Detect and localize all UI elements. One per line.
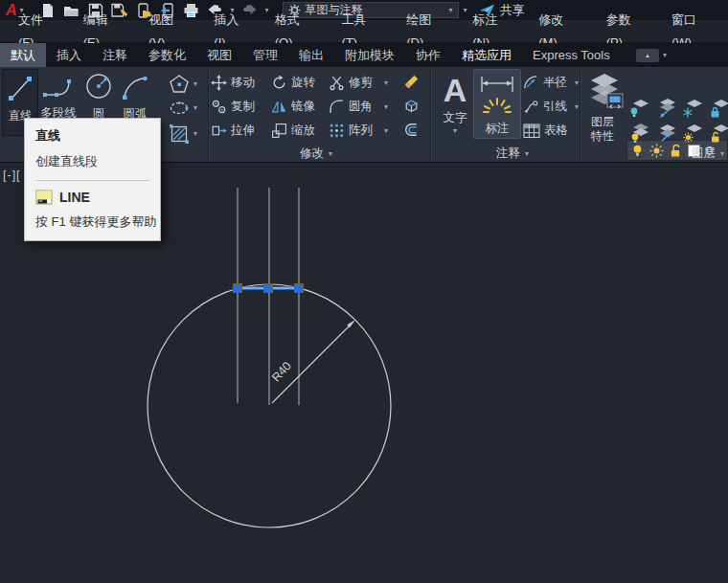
- tab-manage[interactable]: 管理: [242, 43, 288, 67]
- table-label: 表格: [544, 123, 568, 139]
- mirror-label: 镜像: [291, 99, 315, 115]
- radius-dimension: R40: [269, 320, 355, 403]
- tab-collaborate[interactable]: 协作: [405, 43, 451, 67]
- modify-mirror-button[interactable]: 镜像: [271, 99, 315, 115]
- tab-addins[interactable]: 附加模块: [334, 43, 405, 67]
- modify-copy-button[interactable]: 复制: [211, 99, 255, 115]
- panel-label-modify[interactable]: 修改: [300, 146, 332, 162]
- scale-label: 缩放: [291, 123, 315, 139]
- draw-polyline-button[interactable]: 多段线: [40, 74, 77, 122]
- layer-properties-button[interactable]: [586, 71, 625, 117]
- tab-express-tools[interactable]: Express Tools: [522, 43, 621, 67]
- leader-icon: [523, 99, 539, 115]
- draw-circle-button[interactable]: 圆: [80, 71, 117, 123]
- layer-lock-button[interactable]: [708, 98, 728, 123]
- table-icon: [523, 123, 540, 139]
- ribbon-tab-bar: 默认 插入 注释 参数化 视图 管理 输出 附加模块 协作 精选应用 Expre…: [0, 43, 728, 67]
- hatch-icon: [169, 123, 190, 145]
- tab-annotate[interactable]: 注释: [92, 43, 138, 67]
- hatch-chevron-down-icon: [193, 130, 197, 138]
- radius-label: 半径: [543, 75, 567, 91]
- annotate-dimension-button[interactable]: 标注: [473, 69, 521, 139]
- annotate-radius-button[interactable]: 半径: [523, 75, 579, 91]
- tab-home[interactable]: 默认: [0, 43, 46, 67]
- dimension-icon: [476, 72, 518, 116]
- text-icon: A: [437, 71, 473, 109]
- radius-chevron-down-icon: [575, 79, 579, 87]
- trim-chevron-down-icon: [384, 79, 388, 87]
- tab-insert[interactable]: 插入: [46, 43, 92, 67]
- polyline-icon: [42, 74, 75, 101]
- tooltip-divider: [35, 180, 149, 181]
- panel-label-layers[interactable]: 图层: [692, 146, 724, 162]
- polygon-icon: [169, 74, 190, 95]
- draw-ellipse-button[interactable]: [169, 100, 197, 117]
- tooltip-title: 直线: [35, 127, 149, 145]
- ellipse-icon: [169, 100, 190, 117]
- grip-midpoint: [264, 284, 273, 293]
- stretch-label: 拉伸: [231, 123, 255, 139]
- modify-scale-button[interactable]: 缩放: [271, 123, 315, 139]
- trim-scissors-icon: [329, 75, 345, 91]
- text-chevron-down-icon: [437, 127, 473, 135]
- draw-polygon-button[interactable]: [169, 74, 197, 95]
- layer-off-button[interactable]: [627, 98, 650, 123]
- tab-output[interactable]: 输出: [288, 43, 334, 67]
- tab-featured-apps[interactable]: 精选应用: [451, 43, 522, 67]
- layer-freeze-button[interactable]: [681, 98, 704, 123]
- draw-hatch-button[interactable]: [169, 123, 197, 145]
- modify-fillet-button[interactable]: 圆角: [329, 99, 388, 115]
- modify-move-button[interactable]: 移动: [211, 75, 255, 91]
- tab-view[interactable]: 视图: [196, 43, 242, 67]
- layer-properties-label: 图层 特性: [580, 115, 625, 144]
- command-window-icon: [35, 190, 53, 205]
- ribbon-collapse-icon: [636, 49, 659, 62]
- arc-icon: [121, 73, 149, 101]
- mirror-icon: [271, 99, 287, 115]
- annotate-table-button[interactable]: 表格: [523, 123, 568, 139]
- modify-rotate-button[interactable]: 旋转: [271, 75, 315, 91]
- draw-arc-button[interactable]: 圆弧: [117, 73, 153, 123]
- fillet-label: 圆角: [349, 99, 373, 115]
- tooltip-help-text: 按 F1 键获得更多帮助: [35, 213, 149, 231]
- copy-icon: [211, 99, 227, 115]
- copy-label: 复制: [231, 99, 255, 115]
- layer-isolate-button[interactable]: [654, 98, 677, 123]
- autocad-window: A 草图与注释 共享 文件(F) 编辑(E) 视图(V): [0, 0, 728, 583]
- layer-unisolate-button[interactable]: [654, 123, 677, 147]
- modify-trim-button[interactable]: 修剪: [329, 75, 388, 91]
- tooltip-command: LINE: [59, 190, 90, 205]
- layers-panel-chevron-icon: [720, 150, 724, 158]
- viewport-controls[interactable]: [-][: [3, 168, 21, 182]
- modify-array-button[interactable]: 阵列: [329, 123, 388, 139]
- leader-label: 引线: [543, 99, 567, 115]
- annotate-panel-chevron-icon: [525, 150, 529, 158]
- annotate-leader-button[interactable]: 引线: [523, 99, 579, 115]
- annotate-text-button[interactable]: A 文字: [437, 71, 473, 135]
- modify-erase-button[interactable]: [402, 73, 421, 95]
- modify-stretch-button[interactable]: 拉伸: [211, 123, 255, 139]
- stretch-icon: [211, 123, 227, 139]
- layer-properties-icon: [586, 71, 625, 113]
- modify-explode-button[interactable]: [402, 97, 421, 119]
- dimension-label: 标注: [474, 121, 520, 137]
- scale-icon: [271, 123, 287, 139]
- layer-unlock-button[interactable]: [708, 123, 728, 147]
- move-label: 移动: [231, 75, 255, 91]
- offset-icon: [402, 121, 421, 139]
- panel-label-annotate[interactable]: 注释: [496, 146, 529, 162]
- panel-separator: [208, 69, 209, 161]
- fillet-icon: [329, 99, 345, 115]
- modify-offset-button[interactable]: [402, 121, 421, 143]
- rotate-icon: [271, 75, 287, 91]
- ribbon-collapse-button[interactable]: [636, 43, 667, 67]
- radius-icon: [523, 75, 539, 91]
- layer-on-button[interactable]: [627, 123, 650, 147]
- panel-separator: [430, 69, 431, 161]
- array-label: 阵列: [349, 123, 373, 139]
- grip-endpoint-left: [234, 284, 242, 293]
- array-icon: [329, 123, 345, 139]
- tab-parametric[interactable]: 参数化: [138, 43, 196, 67]
- layer-thaw-button[interactable]: [681, 123, 704, 147]
- ellipse-chevron-down-icon: [193, 104, 197, 112]
